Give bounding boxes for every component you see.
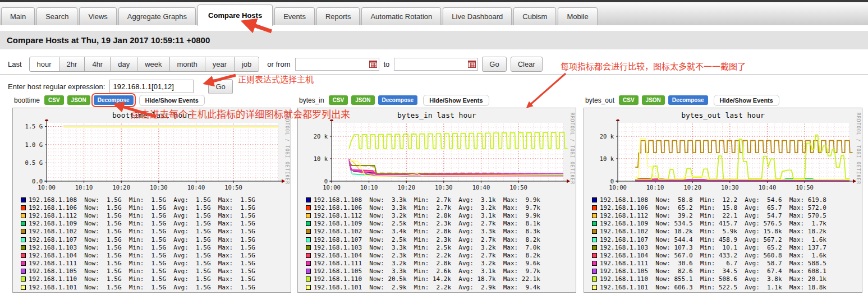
tab-search[interactable]: Search (36, 7, 77, 25)
from-date-input[interactable] (295, 58, 379, 71)
legend-row: 192.168.1.106 Now: 65.2 Min: 15.8 Avg: 6… (592, 204, 862, 211)
range-button-hour[interactable]: hour (29, 57, 59, 72)
decompose-button[interactable]: Decompose (94, 95, 134, 105)
tab-mobile[interactable]: Mobile (558, 7, 597, 25)
legend-text: 192.168.1.102 Now: 1.5G Min: 1.5G Avg: 1… (29, 228, 255, 235)
tab-cubism[interactable]: Cubism (513, 7, 556, 25)
legend-row: 192.168.1.107 Now: 2.5k Min: 2.3k Avg: 2… (306, 236, 576, 243)
legend-color-swatch (592, 285, 597, 290)
legend-color-swatch (592, 261, 597, 266)
svg-text:10:20: 10:20 (683, 184, 701, 191)
decompose-button[interactable]: Decompose (378, 95, 418, 105)
tab-reports[interactable]: Reports (316, 7, 360, 25)
legend-color-swatch (21, 221, 26, 226)
legend-text: 192.168.1.109 Now: 1.5G Min: 1.5G Avg: 1… (29, 220, 255, 227)
tab-main[interactable]: Main (1, 7, 35, 25)
chart-boottime[interactable]: 10:0010:1010:2010:3010:4010:500.00.5 G1.… (13, 119, 291, 195)
chart-bytes_in[interactable]: 10:0010:1010:2010:3010:4010:50010 k20 k (298, 119, 576, 195)
hide-show-events-button[interactable]: Hide/Show Events (139, 95, 205, 106)
json-button[interactable]: JSON (67, 95, 90, 105)
legend-color-swatch (21, 261, 26, 266)
range-button-job[interactable]: job (234, 57, 259, 72)
legend-row: 192.168.1.102 Now: 18.2k Min: 5.9k Avg: … (592, 228, 862, 236)
legend-row: 192.168.1.101 Now: 2.9k Min: 2.2k Avg: 2… (306, 283, 576, 291)
legend-color-swatch (21, 205, 26, 210)
svg-text:10:50: 10:50 (509, 184, 527, 191)
legend-row: 192.168.1.103 Now: 107.3 Min: 10.1 Avg: … (592, 243, 862, 251)
hide-show-events-button[interactable]: Hide/Show Events (714, 95, 779, 106)
metric-label: boottime (14, 96, 40, 104)
legend-text: 192.168.1.109 Now: 534.5 Min: 415.7 Avg:… (600, 220, 826, 227)
legend-text: 192.168.1.102 Now: 3.4k Min: 2.8k Avg: 3… (314, 228, 540, 235)
clear-button[interactable]: Clear (511, 57, 543, 72)
json-button[interactable]: JSON (351, 95, 374, 105)
legend-color-swatch (21, 245, 26, 250)
tab-bar: MainSearchViewsAggregate GraphsCompare H… (0, 2, 868, 25)
tab-automatic-rotation[interactable]: Automatic Rotation (361, 7, 441, 25)
svg-text:10:30: 10:30 (721, 184, 739, 191)
range-button-year[interactable]: year (205, 57, 235, 72)
legend-color-swatch (306, 197, 311, 202)
legend-text: 192.168.1.105 Now: 1.5G Min: 1.5G Avg: 1… (29, 268, 255, 275)
tab-events[interactable]: Events (274, 7, 315, 25)
legend-color-swatch (592, 229, 597, 234)
range-button-month[interactable]: month (169, 57, 205, 72)
tab-views[interactable]: Views (79, 7, 116, 25)
legend-color-swatch (592, 276, 597, 282)
legend-row: 192.168.1.110 Now: 20.5k Min: 14.2k Avg:… (306, 275, 576, 283)
legend-text: 192.168.1.110 Now: 855.1 Min: 508.6 Avg:… (600, 275, 826, 283)
tab-live-dashboard[interactable]: Live Dashboard (443, 7, 512, 25)
legend-color-swatch (592, 269, 597, 274)
legend-text: 192.168.1.109 Now: 2.5k Min: 2.3k Avg: 2… (314, 220, 540, 227)
range-button-week[interactable]: week (137, 57, 169, 72)
host-regex-go-button[interactable]: Go (208, 79, 232, 94)
legend-row: 192.168.1.101 Now: 606.3 Min: 522.5 Avg:… (592, 283, 862, 291)
svg-text:0.0: 0.0 (32, 178, 43, 185)
legend-color-swatch (592, 221, 597, 226)
to-date-input[interactable] (394, 58, 478, 71)
legend-row: 192.168.1.111 Now: 1.5G Min: 1.5G Avg: 1… (21, 260, 291, 268)
graph-image-bytes_out[interactable]: bytes_out last hour10:0010:1010:2010:301… (584, 108, 862, 293)
legend-text: 192.168.1.108 Now: 58.8 Min: 12.2 Avg: 5… (600, 196, 826, 204)
legend-row: 192.168.1.102 Now: 3.4k Min: 2.8k Avg: 3… (306, 228, 576, 236)
tab-strip: MainSearchViewsAggregate GraphsCompare H… (0, 0, 868, 25)
legend-row: 192.168.1.105 Now: 1.5G Min: 1.5G Avg: 1… (21, 268, 291, 275)
svg-text:20 k: 20 k (600, 133, 614, 140)
svg-text:10:10: 10:10 (646, 184, 664, 191)
json-button[interactable]: JSON (642, 95, 665, 105)
hide-show-events-button[interactable]: Hide/Show Events (423, 95, 489, 106)
decompose-button[interactable]: Decompose (668, 95, 708, 105)
legend-row: 192.168.1.112 Now: 39.2 Min: 22.1 Avg: 5… (592, 211, 862, 219)
legend-color-swatch (592, 213, 597, 218)
range-button-day[interactable]: day (110, 57, 137, 72)
legend-text: 192.168.1.103 Now: 3.3k Min: 2.5k Avg: 3… (314, 244, 540, 251)
chart-bytes_out[interactable]: 10:0010:1010:2010:3010:4010:50010 k20 k (584, 119, 862, 195)
tab-compare-hosts[interactable]: Compare Hosts (198, 4, 273, 26)
csv-button[interactable]: CSV (44, 95, 64, 105)
divider (0, 75, 868, 75)
svg-text:10:40: 10:40 (759, 184, 777, 191)
graph-image-bytes_in[interactable]: bytes_in last hour10:0010:1010:2010:3010… (297, 108, 576, 293)
legend-text: 192.168.1.111 Now: 3.2k Min: 2.8k Avg: 3… (314, 260, 540, 267)
svg-text:10:40: 10:40 (472, 184, 490, 191)
legend-color-swatch (306, 205, 311, 210)
legend-color-swatch (306, 245, 311, 250)
host-regex-input[interactable] (109, 80, 194, 93)
metric-header-bytes_in: bytes_inCSVJSONDecomposeHide/Show Events (297, 93, 576, 107)
range-button-4hr[interactable]: 4hr (84, 57, 111, 72)
svg-text:10:30: 10:30 (435, 184, 453, 191)
svg-text:10:40: 10:40 (187, 184, 205, 191)
tab-aggregate-graphs[interactable]: Aggregate Graphs (118, 7, 196, 25)
csv-button[interactable]: CSV (329, 95, 348, 105)
legend-text: 192.168.1.110 Now: 1.5G Min: 1.5G Avg: 1… (29, 275, 255, 283)
range-button-2hr[interactable]: 2hr (59, 57, 85, 72)
graph-image-boottime[interactable]: boottime last hour10:0010:1010:2010:3010… (12, 108, 291, 293)
legend-row: 192.168.1.104 Now: 2.3k Min: 2.2k Avg: 2… (306, 251, 576, 259)
legend-row: 192.168.1.109 Now: 1.5G Min: 1.5G Avg: 1… (21, 220, 291, 228)
go-button[interactable]: Go (482, 57, 506, 72)
panel-boottime: boottimeCSVJSONDecomposeHide/Show Events… (12, 93, 291, 293)
legend-text: 192.168.1.107 Now: 2.5k Min: 2.3k Avg: 2… (314, 236, 540, 243)
calendar-icon[interactable] (468, 60, 476, 68)
csv-button[interactable]: CSV (619, 95, 639, 105)
calendar-icon[interactable] (369, 60, 377, 68)
